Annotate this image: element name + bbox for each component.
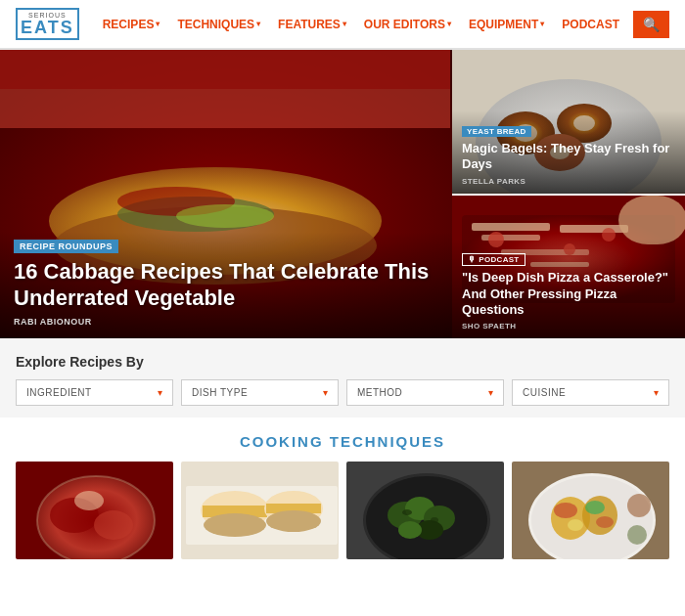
side-card-2-overlay: 🎙 PODCAST "Is Deep Dish Pizza a Casserol… [452,239,685,338]
site-logo[interactable]: SERIOUS EATS [16,8,79,40]
hero-main-article[interactable]: RECIPE ROUNDUPS 16 Cabbage Recipes That … [0,50,452,338]
nav-item-podcast[interactable]: PODCAST [554,14,627,35]
chevron-down-icon: ▾ [323,387,329,398]
nav-label-techniques: TECHNIQUES [177,18,254,31]
techniques-grid [16,462,669,559]
logo-eats-text: EATS [21,19,74,36]
svg-rect-26 [618,196,685,244]
cuisine-label: CUISINE [523,387,566,398]
technique-card-3[interactable] [346,462,504,559]
side-card-2-title: "Is Deep Dish Pizza a Casserole?" And Ot… [462,270,675,318]
nav-label-our-editors: OUR EDITORS [364,18,445,31]
nav-item-equipment[interactable]: EQUIPMENT ▾ [461,14,552,35]
search-button[interactable]: 🔍 [633,11,669,38]
method-dropdown[interactable]: METHOD ▾ [346,379,504,406]
side-card-1-author: STELLA PARKS [462,177,675,186]
svg-point-60 [596,516,614,528]
hero-side-card-2[interactable]: 🎙 PODCAST "Is Deep Dish Pizza a Casserol… [452,194,685,339]
hero-main-title: 16 Cabbage Recipes That Celebrate This U… [14,259,438,311]
side-card-2-author: SHO SPAETH [462,322,675,330]
chevron-down-icon: ▾ [158,387,163,398]
nav-label-podcast: PODCAST [562,18,619,31]
chevron-down-icon: ▾ [256,20,260,28]
explore-dropdowns: INGREDIENT ▾ DISH TYPE ▾ METHOD ▾ CUISIN… [16,379,669,406]
hero-side-cards: YEAST BREAD Magic Bagels: They Stay Fres… [452,50,685,338]
explore-recipes-section: Explore Recipes By INGREDIENT ▾ DISH TYP… [0,338,685,418]
svg-point-51 [431,517,438,523]
hero-main-author: RABI ABIONOUR [14,317,438,327]
technique-card-1[interactable] [16,462,173,559]
hero-main-overlay: RECIPE ROUNDUPS 16 Cabbage Recipes That … [0,220,452,338]
nav-label-features: FEATURES [278,18,341,31]
chevron-down-icon: ▾ [488,387,494,398]
technique-card-4[interactable] [512,462,669,559]
main-nav: RECIPES ▾ TECHNIQUES ▾ FEATURES ▾ OUR ED… [95,11,669,38]
cooking-techniques-title: COOKING TECHNIQUES [16,433,669,450]
dish-type-label: DISH TYPE [192,387,248,398]
podcast-icon: 🎙 [468,255,476,264]
side-card-1-badge: YEAST BREAD [462,126,531,137]
svg-point-31 [74,491,104,510]
method-label: METHOD [357,387,402,398]
svg-point-62 [627,525,647,545]
dish-type-dropdown[interactable]: DISH TYPE ▾ [181,379,339,406]
svg-point-61 [627,494,651,517]
chevron-down-icon: ▾ [156,20,160,28]
hero-section: RECIPE ROUNDUPS 16 Cabbage Recipes That … [0,50,685,338]
side-card-1-overlay: YEAST BREAD Magic Bagels: They Stay Fres… [452,110,685,194]
svg-rect-18 [472,223,550,231]
hero-main-badge: RECIPE ROUNDUPS [14,240,118,253]
hero-side-card-1[interactable]: YEAST BREAD Magic Bagels: They Stay Fres… [452,50,685,194]
chevron-down-icon: ▾ [342,20,346,28]
svg-point-57 [554,503,577,518]
cuisine-dropdown[interactable]: CUISINE ▾ [512,379,669,406]
svg-rect-20 [560,225,628,233]
nav-label-equipment: EQUIPMENT [469,18,538,31]
svg-point-58 [585,501,605,514]
svg-point-49 [398,521,422,539]
side-card-1-title: Magic Bagels: They Stay Fresh for Days [462,141,675,173]
nav-item-techniques[interactable]: TECHNIQUES ▾ [169,14,268,35]
site-header: SERIOUS EATS RECIPES ▾ TECHNIQUES ▾ FEAT… [0,0,685,50]
nav-item-our-editors[interactable]: OUR EDITORS ▾ [356,14,459,35]
side-card-2-badge: 🎙 PODCAST [462,253,525,266]
svg-point-38 [204,513,266,537]
cooking-techniques-section: COOKING TECHNIQUES [0,418,685,559]
explore-title: Explore Recipes By [16,354,669,370]
chevron-down-icon: ▾ [654,387,660,398]
svg-point-41 [266,510,321,532]
chevron-down-icon: ▾ [447,20,451,28]
svg-rect-7 [0,50,450,89]
svg-point-59 [568,519,583,531]
search-icon: 🔍 [643,17,660,32]
ingredient-dropdown[interactable]: INGREDIENT ▾ [16,379,173,406]
chevron-down-icon: ▾ [540,20,544,28]
nav-label-recipes: RECIPES [103,18,155,31]
nav-item-features[interactable]: FEATURES ▾ [270,14,354,35]
technique-card-2[interactable] [181,462,339,559]
nav-item-recipes[interactable]: RECIPES ▾ [95,14,168,35]
svg-point-30 [94,510,133,540]
svg-point-50 [402,509,412,515]
ingredient-label: INGREDIENT [26,387,92,398]
